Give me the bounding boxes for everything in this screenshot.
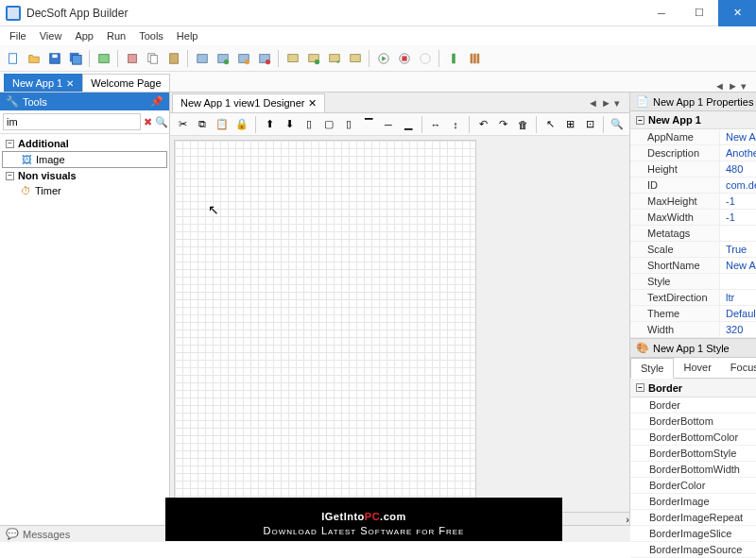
align-center-icon[interactable]: ▢ (320, 116, 337, 133)
paste-icon[interactable] (164, 49, 182, 67)
property-value[interactable]: Another DecSoft App (720, 145, 756, 161)
align-bottom-icon[interactable]: ▁ (400, 116, 417, 133)
group-non-visuals[interactable]: − Non visuals (2, 168, 167, 183)
tab-welcome[interactable]: Welcome Page (82, 74, 169, 92)
property-row[interactable]: Style (630, 274, 756, 290)
grid-icon[interactable]: ⊞ (561, 116, 578, 133)
align-middle-icon[interactable]: ─ (380, 116, 397, 133)
close-icon[interactable]: ✕ (308, 97, 317, 110)
style-property-row[interactable]: Border (630, 397, 756, 414)
property-value[interactable]: -1 (720, 194, 756, 209)
build3-icon[interactable] (234, 49, 252, 67)
style-group-border[interactable]: − Border ˄ (630, 379, 756, 397)
messages-icon[interactable]: 💬 (6, 528, 19, 540)
property-value[interactable] (720, 274, 756, 289)
send-back-icon[interactable]: ⬇ (281, 116, 298, 133)
style-property-row[interactable]: BorderImageSource (630, 542, 756, 558)
save-all-icon[interactable] (66, 49, 84, 67)
tab-new-app-1[interactable]: New App 1 ✕ (4, 74, 82, 92)
tab-prev-icon[interactable]: ◄ (588, 97, 599, 109)
cut-icon[interactable]: ✂ (174, 116, 191, 133)
dist-v-icon[interactable]: ↕ (447, 116, 464, 133)
collapse-icon[interactable]: − (6, 140, 14, 148)
property-value[interactable]: New App 1 (720, 129, 756, 144)
copy-icon[interactable]: ⧉ (194, 116, 211, 133)
maximize-button[interactable]: ☐ (680, 0, 718, 26)
style-property-row[interactable]: BorderBottom (630, 414, 756, 430)
delete-icon[interactable]: 🗑 (514, 116, 531, 133)
designer-tab[interactable]: New App 1 view1 Designer ✕ (172, 93, 325, 112)
collapse-icon[interactable]: − (636, 116, 644, 125)
close-icon[interactable]: ✕ (66, 78, 74, 89)
lock-icon[interactable]: 🔒 (233, 116, 250, 133)
style-property-row[interactable]: BorderImageSlice (630, 526, 756, 542)
menu-app[interactable]: App (69, 28, 99, 43)
options-icon[interactable] (94, 49, 112, 67)
copy-icon[interactable] (144, 49, 162, 67)
tab-next-icon[interactable]: ► (728, 80, 739, 92)
open-icon[interactable] (25, 49, 43, 67)
property-value[interactable]: 480 (720, 161, 756, 177)
stop-icon[interactable] (416, 49, 434, 67)
property-value[interactable]: com.decsoft.appbuilde (720, 178, 756, 193)
property-row[interactable]: TextDirectionltr (630, 290, 756, 306)
platform1-icon[interactable] (284, 49, 301, 67)
property-value[interactable]: ltr (720, 290, 756, 305)
property-row[interactable]: MaxWidth-1 (630, 210, 756, 226)
style-body[interactable]: − Border ˄ BorderBorderBottomBorderBotto… (630, 379, 756, 558)
collapse-icon[interactable]: − (6, 172, 14, 180)
clear-icon[interactable]: ✖ (144, 116, 152, 128)
search-input[interactable] (3, 113, 141, 130)
save-icon[interactable] (45, 49, 63, 67)
align-left-icon[interactable]: ▯ (301, 116, 318, 133)
style-tab-focus[interactable]: Focus (721, 358, 756, 378)
build2-icon[interactable] (214, 49, 232, 67)
style-property-row[interactable]: BorderImageRepeat (630, 510, 756, 526)
build-icon[interactable] (193, 49, 211, 67)
property-row[interactable]: ScaleTrue (630, 242, 756, 258)
minimize-button[interactable]: ─ (643, 0, 680, 26)
style-tab-hover[interactable]: Hover (674, 358, 720, 378)
tab-prev-icon[interactable]: ◄ (714, 80, 726, 92)
property-row[interactable]: MaxHeight-1 (630, 194, 756, 210)
settings-icon[interactable] (465, 49, 483, 67)
menu-view[interactable]: View (34, 28, 68, 43)
property-value[interactable]: -1 (720, 210, 756, 225)
property-value[interactable]: True (720, 242, 756, 257)
platform4-icon[interactable] (346, 49, 364, 67)
property-value[interactable]: 320 (720, 322, 756, 337)
bring-front-icon[interactable]: ⬆ (261, 116, 278, 133)
snap-icon[interactable]: ⊡ (581, 116, 598, 133)
tab-menu-icon[interactable]: ▾ (741, 80, 752, 92)
property-row[interactable]: AppNameNew App 1 (630, 129, 756, 145)
tab-menu-icon[interactable]: ▾ (614, 97, 626, 109)
dist-h-icon[interactable]: ↔ (427, 116, 444, 133)
style-property-row[interactable]: BorderBottomStyle (630, 446, 756, 462)
property-row[interactable]: Height480 (630, 161, 756, 178)
style-property-row[interactable]: BorderImage (630, 494, 756, 510)
properties-object[interactable]: − New App 1 (630, 111, 756, 129)
zoom-icon[interactable]: 🔍 (609, 116, 626, 133)
tool-timer[interactable]: ⏱ Timer (2, 183, 167, 198)
debug-icon[interactable] (395, 49, 413, 67)
style-tab-style[interactable]: Style (630, 358, 674, 379)
run-icon[interactable] (374, 49, 392, 67)
property-row[interactable]: ShortNameNew App 1 (630, 258, 756, 274)
design-canvas[interactable]: ↖ (170, 136, 629, 512)
platform2-icon[interactable] (304, 49, 322, 67)
close-button[interactable]: ✕ (718, 0, 756, 26)
tab-next-icon[interactable]: ► (601, 97, 612, 109)
property-value[interactable]: New App 1 (720, 258, 756, 273)
undo-icon[interactable]: ↶ (474, 116, 491, 133)
property-row[interactable]: IDcom.decsoft.appbuilde (630, 178, 756, 194)
property-row[interactable]: Width320 (630, 322, 756, 338)
align-top-icon[interactable]: ▔ (360, 116, 377, 133)
menu-file[interactable]: File (4, 28, 32, 43)
style-property-row[interactable]: BorderColor (630, 478, 756, 494)
style-property-row[interactable]: BorderBottomWidth (630, 462, 756, 478)
select-icon[interactable]: ↖ (541, 116, 558, 133)
usb-icon[interactable] (444, 49, 462, 67)
menu-run[interactable]: Run (101, 28, 131, 43)
property-value[interactable] (720, 226, 756, 241)
property-row[interactable]: ThemeDefault (630, 306, 756, 322)
